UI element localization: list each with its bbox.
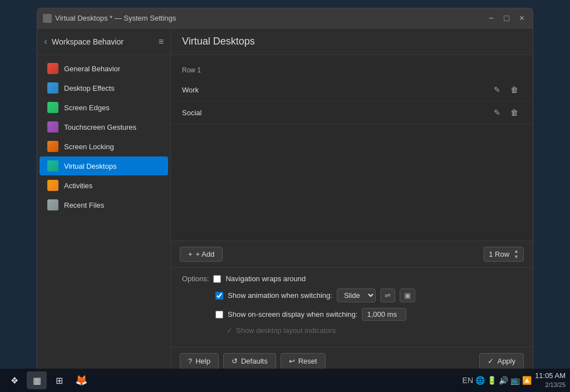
- back-button[interactable]: ‹: [44, 36, 47, 47]
- display-icon[interactable]: 📺: [510, 376, 520, 385]
- sidebar-item-activities[interactable]: Activities: [40, 176, 168, 195]
- defaults-label: Defaults: [241, 357, 268, 365]
- delete-social-button[interactable]: 🗑: [507, 106, 522, 119]
- show-osd-label: Show on-screen display when switching:: [228, 310, 357, 318]
- lang-indicator[interactable]: EN: [463, 376, 473, 385]
- taskbar-clock[interactable]: 11:05 AM 2/13/25: [535, 371, 566, 389]
- taskbar-right: EN 🌐 🔋 🔊 📺 🔼 11:05 AM 2/13/25: [463, 371, 566, 389]
- sidebar-item-touch[interactable]: Touchscreen Gestures: [40, 117, 168, 136]
- desktops-panel: Row 1 Work ✎ 🗑 Social ✎ 🗑: [171, 55, 533, 375]
- options-area: Options: Navigation wraps around Show an…: [171, 268, 533, 347]
- sidebar-item-edges[interactable]: Screen Edges: [40, 98, 168, 117]
- apply-icon: ✓: [488, 357, 494, 365]
- nav-wraps-checkbox[interactable]: [213, 275, 221, 283]
- recent-icon: [47, 199, 58, 210]
- options-label: Options:: [182, 275, 209, 283]
- window-title: Virtual Desktops * — System Settings: [55, 14, 176, 22]
- edit-work-button[interactable]: ✎: [490, 83, 504, 96]
- titlebar-left: Virtual Desktops * — System Settings: [43, 14, 176, 23]
- sidebar-item-locking[interactable]: Screen Locking: [40, 137, 168, 156]
- close-button[interactable]: ×: [517, 12, 527, 24]
- sidebar-item-effects-label: Desktop Effects: [64, 84, 115, 92]
- reset-label: Reset: [298, 357, 317, 365]
- help-icon: ?: [188, 357, 192, 365]
- help-button[interactable]: ? Help: [180, 353, 219, 369]
- show-layout-row: ✓ Show desktop layout indicators: [182, 326, 522, 335]
- effects-icon: [47, 82, 58, 94]
- sidebar-item-general-label: General Behavior: [64, 65, 120, 73]
- chevron-up-icon[interactable]: 🔼: [522, 376, 532, 385]
- titlebar: Virtual Desktops * — System Settings − □…: [37, 8, 533, 28]
- taskbar-firefox-button[interactable]: 🦊: [71, 371, 91, 389]
- content-header: Virtual Desktops: [171, 28, 533, 55]
- show-osd-row: Show on-screen display when switching:: [182, 308, 522, 321]
- desktop-actions-social: ✎ 🗑: [490, 106, 522, 119]
- sidebar-header: ‹ Workspace Behavior ≡: [37, 28, 170, 55]
- delete-work-button[interactable]: 🗑: [507, 83, 522, 96]
- titlebar-controls: − □ ×: [486, 12, 527, 24]
- taskbar: ❖ ▦ ⊞ 🦊 EN 🌐 🔋 🔊 📺 🔼 11:05 AM 2/13/25: [0, 369, 570, 392]
- window-icon: [43, 14, 52, 23]
- systray: EN 🌐 🔋 🔊 📺 🔼: [463, 376, 532, 385]
- main-window: Virtual Desktops * — System Settings − □…: [37, 8, 533, 375]
- animation-preview-button[interactable]: ▣: [400, 288, 415, 302]
- show-animation-checkbox[interactable]: [215, 292, 223, 300]
- general-icon: [47, 63, 58, 74]
- desktop-name-social: Social: [182, 109, 490, 117]
- sidebar-item-locking-label: Screen Locking: [64, 143, 114, 151]
- add-row-bar: + + Add 1 Row ▲ ▼: [171, 241, 533, 268]
- content-title: Virtual Desktops: [182, 36, 255, 47]
- rows-decrement-button[interactable]: ▼: [514, 254, 519, 259]
- main-content: ‹ Workspace Behavior ≡ General Behavior …: [37, 28, 533, 375]
- show-animation-label: Show animation when switching:: [228, 291, 332, 300]
- sidebar-item-touch-label: Touchscreen Gestures: [64, 123, 136, 131]
- desktop-item-social: Social ✎ 🗑: [171, 101, 533, 124]
- minimize-button[interactable]: −: [486, 12, 497, 24]
- edit-social-button[interactable]: ✎: [490, 106, 504, 119]
- bottom-controls: + + Add 1 Row ▲ ▼: [171, 241, 533, 375]
- maximize-button[interactable]: □: [501, 12, 512, 24]
- volume-icon[interactable]: 🔊: [499, 376, 508, 385]
- show-osd-checkbox[interactable]: [215, 311, 223, 318]
- animation-settings-button[interactable]: ⇌: [380, 288, 395, 302]
- rows-spinner: ▲ ▼: [514, 249, 519, 259]
- sidebar-item-edges-label: Screen Edges: [64, 104, 110, 112]
- taskbar-app1-button[interactable]: ⊞: [49, 371, 69, 389]
- check-icon: ✓: [227, 326, 233, 335]
- content-area: Virtual Desktops Row 1 Work ✎ 🗑 Social: [171, 28, 533, 375]
- network-icon[interactable]: 🌐: [475, 376, 485, 385]
- sidebar-item-recent-label: Recent Files: [64, 201, 104, 209]
- battery-icon: 🔋: [487, 376, 497, 385]
- add-desktop-button[interactable]: + + Add: [180, 247, 223, 262]
- add-icon: +: [188, 250, 193, 258]
- locking-icon: [47, 141, 58, 152]
- sidebar-menu-button[interactable]: ≡: [159, 37, 164, 47]
- activities-icon: [47, 180, 58, 191]
- desktop-item-work: Work ✎ 🗑: [171, 79, 533, 101]
- desktops-list: Row 1 Work ✎ 🗑 Social ✎ 🗑: [171, 55, 533, 241]
- desktop-name-work: Work: [182, 86, 490, 94]
- taskbar-start-button[interactable]: ❖: [4, 371, 24, 389]
- sidebar-item-desktops-label: Virtual Desktops: [64, 162, 116, 170]
- sidebar-item-recent[interactable]: Recent Files: [40, 195, 168, 214]
- taskbar-grid-button[interactable]: ▦: [27, 371, 47, 389]
- osd-duration-input[interactable]: [362, 308, 406, 321]
- rows-increment-button[interactable]: ▲: [514, 249, 519, 254]
- touch-icon: [47, 121, 58, 133]
- sidebar-item-general[interactable]: General Behavior: [40, 59, 168, 78]
- apply-label: Apply: [497, 357, 515, 365]
- sidebar-item-effects[interactable]: Desktop Effects: [40, 79, 168, 97]
- show-layout-label: Show desktop layout indicators: [236, 326, 336, 335]
- sidebar-item-desktops[interactable]: Virtual Desktops: [40, 156, 168, 175]
- defaults-button[interactable]: ↺ Defaults: [223, 353, 276, 369]
- reset-button[interactable]: ↩ Reset: [281, 353, 326, 369]
- rows-value: 1 Row: [489, 250, 509, 258]
- help-label: Help: [195, 357, 210, 365]
- apply-button[interactable]: ✓ Apply: [479, 353, 524, 369]
- sidebar: ‹ Workspace Behavior ≡ General Behavior …: [37, 28, 171, 375]
- nav-wraps-checkbox-row: Navigation wraps around: [213, 275, 306, 283]
- animation-select[interactable]: Slide Fade None: [337, 288, 376, 302]
- nav-wraps-label: Navigation wraps around: [225, 275, 306, 283]
- desktop-actions-work: ✎ 🗑: [490, 83, 522, 96]
- action-bar-left: ? Help ↺ Defaults ↩ Reset: [180, 353, 326, 369]
